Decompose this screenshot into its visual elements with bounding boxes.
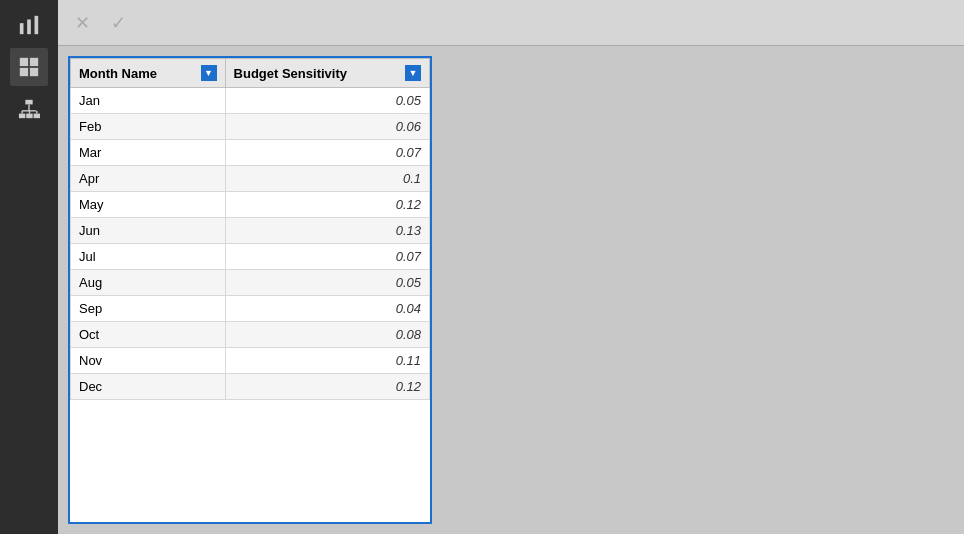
table-row: Oct0.08 [71,322,430,348]
budget-dropdown-arrow[interactable]: ▼ [405,65,421,81]
table-row: Sep0.04 [71,296,430,322]
table-row: May0.12 [71,192,430,218]
main-panel: ✕ ✓ Month Name ▼ Budge [58,0,964,534]
value-cell: 0.12 [225,374,429,400]
table-row: Mar0.07 [71,140,430,166]
value-cell: 0.04 [225,296,429,322]
month-dropdown-arrow[interactable]: ▼ [201,65,217,81]
svg-rect-0 [20,23,24,34]
grid-icon[interactable] [10,48,48,86]
month-cell: Oct [71,322,226,348]
svg-rect-7 [25,100,32,105]
data-table-wrapper: Month Name ▼ Budget Sensitivity ▼ [68,56,432,524]
month-cell: Sep [71,296,226,322]
table-row: Dec0.12 [71,374,430,400]
table-row: Nov0.11 [71,348,430,374]
month-cell: Aug [71,270,226,296]
svg-rect-1 [27,20,31,35]
value-cell: 0.05 [225,88,429,114]
value-cell: 0.12 [225,192,429,218]
month-cell: Jul [71,244,226,270]
month-cell: May [71,192,226,218]
hierarchy-icon[interactable] [10,90,48,128]
table-row: Jun0.13 [71,218,430,244]
month-cell: Feb [71,114,226,140]
svg-rect-8 [19,114,25,119]
month-cell: Jun [71,218,226,244]
month-cell: Mar [71,140,226,166]
month-cell: Jan [71,88,226,114]
sidebar [0,0,58,534]
table-row: Apr0.1 [71,166,430,192]
value-cell: 0.13 [225,218,429,244]
svg-rect-5 [20,68,28,76]
svg-rect-2 [35,16,39,34]
value-cell: 0.07 [225,244,429,270]
month-name-header: Month Name ▼ [71,59,226,88]
budget-sensitivity-header: Budget Sensitivity ▼ [225,59,429,88]
value-cell: 0.1 [225,166,429,192]
svg-rect-10 [34,114,40,119]
table-row: Aug0.05 [71,270,430,296]
table-row: Jan0.05 [71,88,430,114]
table-row: Jul0.07 [71,244,430,270]
value-cell: 0.07 [225,140,429,166]
confirm-button[interactable]: ✓ [102,8,134,38]
cancel-button[interactable]: ✕ [66,8,98,38]
content-area: Month Name ▼ Budget Sensitivity ▼ [58,46,964,534]
svg-rect-6 [30,68,38,76]
data-table: Month Name ▼ Budget Sensitivity ▼ [70,58,430,400]
value-cell: 0.05 [225,270,429,296]
value-cell: 0.06 [225,114,429,140]
value-cell: 0.08 [225,322,429,348]
svg-rect-9 [26,114,32,119]
toolbar: ✕ ✓ [58,0,964,46]
bar-chart-icon[interactable] [10,6,48,44]
svg-rect-4 [30,58,38,66]
svg-rect-3 [20,58,28,66]
month-cell: Nov [71,348,226,374]
month-cell: Dec [71,374,226,400]
month-cell: Apr [71,166,226,192]
value-cell: 0.11 [225,348,429,374]
table-row: Feb0.06 [71,114,430,140]
